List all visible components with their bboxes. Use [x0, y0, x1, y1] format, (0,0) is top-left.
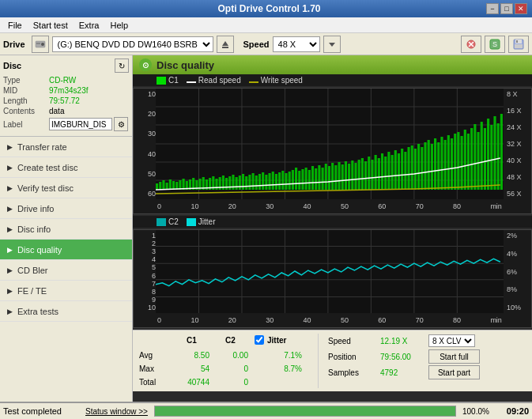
menu-file[interactable]: File — [3, 19, 27, 32]
nav-icon-discquality: ▶ — [4, 244, 15, 255]
nav-label-create: Create test disc — [17, 163, 77, 172]
type-value: CD-RW — [49, 76, 76, 85]
x-axis-top: 0 10 20 30 40 50 60 70 80 min — [156, 199, 504, 213]
jitter-checkbox[interactable] — [255, 335, 264, 345]
start-full-button[interactable]: Start full — [428, 349, 480, 364]
menu-starttest[interactable]: Start test — [28, 19, 73, 32]
svg-rect-73 — [308, 170, 311, 190]
disc-quality-icon: ⊙ — [139, 59, 152, 71]
stats-header-c1: C1 — [174, 336, 209, 345]
y-tick-right-8pct: 8% — [505, 285, 530, 293]
nav-create-test-disc[interactable]: ▶ Create test disc — [0, 157, 132, 178]
nav-icon-driveinfo: ▶ — [4, 203, 15, 214]
nav-transfer-rate[interactable]: ▶ Transfer rate — [0, 137, 132, 157]
nav-cd-bler[interactable]: ▶ CD Bler — [0, 260, 132, 281]
svg-rect-120 — [464, 130, 466, 190]
legend-c1-label: C1 — [168, 76, 179, 85]
svg-rect-62 — [272, 172, 274, 190]
drive-select[interactable]: (G:) BENQ DVD DD DW1640 BSRB — [52, 36, 213, 52]
toolbar-btn-save[interactable] — [508, 36, 529, 53]
svg-rect-55 — [248, 175, 251, 190]
svg-rect-106 — [417, 144, 420, 190]
progress-bar-fill — [155, 406, 455, 416]
svg-rect-114 — [444, 140, 447, 190]
minimize-button[interactable]: − — [486, 3, 499, 14]
drive-label: Drive — [3, 40, 25, 49]
maximize-button[interactable]: □ — [500, 3, 513, 14]
nav-disc-info[interactable]: ▶ Disc info — [0, 219, 132, 240]
main-content: Disc ↻ Type CD-RW MID 97m34s23f Length 7… — [0, 55, 532, 402]
menu-extra[interactable]: Extra — [74, 19, 104, 32]
stats-area: C1 C2 Jitter Avg 8.50 0.00 7.1% Max 54 0… — [133, 330, 532, 391]
svg-rect-122 — [470, 128, 473, 190]
menu-help[interactable]: Help — [105, 19, 133, 32]
x-tick-bot-20: 20 — [228, 316, 236, 324]
status-window-button[interactable]: Status window >> — [85, 407, 148, 416]
disc-quality-title: Disc quality — [157, 59, 214, 71]
y-tick-right-10pct: 10% — [505, 304, 530, 311]
y-tick-bot-5: 5 — [135, 263, 156, 271]
y-tick-top-10: 10 — [135, 90, 156, 98]
svg-rect-69 — [295, 168, 297, 190]
svg-rect-91 — [368, 157, 370, 190]
speed-stat-value: 12.19 X — [380, 337, 424, 345]
svg-rect-52 — [239, 176, 241, 190]
svg-rect-78 — [325, 164, 327, 190]
chart-bottom: 10 9 8 7 6 5 4 3 2 1 — [133, 229, 532, 328]
x-tick-bot-10: 10 — [191, 316, 198, 324]
svg-rect-77 — [322, 168, 324, 190]
disc-rotate-button[interactable]: ↻ — [115, 59, 129, 73]
speed-arrow-button[interactable] — [323, 36, 341, 53]
svg-rect-129 — [493, 116, 496, 190]
nav-disc-quality[interactable]: ▶ Disc quality — [0, 240, 132, 260]
svg-rect-117 — [454, 134, 456, 190]
svg-rect-97 — [387, 152, 390, 190]
nav-drive-info[interactable]: ▶ Drive info — [0, 198, 132, 219]
nav-extra-tests[interactable]: ▶ Extra tests — [0, 301, 132, 322]
svg-rect-105 — [414, 149, 417, 190]
svg-rect-74 — [311, 166, 314, 190]
svg-rect-118 — [457, 132, 459, 190]
svg-rect-31 — [169, 179, 172, 190]
total-c1: 40744 — [174, 378, 209, 387]
stats-header-c2: C2 — [213, 336, 248, 345]
chart-svg-top — [156, 89, 504, 199]
svg-rect-48 — [225, 178, 228, 190]
x-tick-bot-70: 70 — [416, 316, 424, 324]
y-tick-right-8x: 8 X — [505, 90, 530, 98]
max-jitter: 8.7% — [255, 364, 302, 373]
nav-verify-test-disc[interactable]: ▶ Verify test disc — [0, 178, 132, 198]
svg-rect-96 — [384, 157, 387, 190]
svg-rect-82 — [338, 162, 340, 190]
x-tick-bot-50: 50 — [341, 316, 349, 324]
nav-label-extra: Extra tests — [17, 307, 58, 316]
nav-label-cdbler: CD Bler — [17, 266, 48, 275]
svg-rect-75 — [315, 168, 317, 190]
label-input[interactable] — [49, 118, 112, 130]
nav-icon-extra: ▶ — [4, 306, 15, 317]
right-panel: ⊙ Disc quality C1 Read speed Write speed… — [133, 55, 532, 402]
samples-value: 4792 — [380, 368, 424, 377]
eject-button[interactable] — [217, 36, 234, 53]
svg-rect-71 — [301, 169, 304, 190]
close-button[interactable]: ✕ — [515, 3, 527, 14]
length-label: Length — [3, 96, 49, 105]
nav-fe-te[interactable]: ▶ FE / TE — [0, 281, 132, 301]
y-tick-top-20: 20 — [135, 110, 156, 118]
speed-mode-select[interactable]: 8 X CLV — [428, 334, 475, 347]
svg-rect-130 — [497, 123, 500, 190]
toolbar-btn-2[interactable]: S — [485, 36, 505, 53]
svg-rect-32 — [172, 181, 175, 190]
y-tick-bot-2: 2 — [135, 240, 156, 247]
nav-label-discquality: Disc quality — [17, 245, 62, 255]
y-axis-left-bottom: 10 9 8 7 6 5 4 3 2 1 — [134, 230, 156, 313]
svg-rect-54 — [245, 176, 247, 190]
x-tick-bot-0: 0 — [157, 316, 161, 324]
svg-rect-28 — [159, 182, 161, 190]
label-action-button[interactable]: ⚙ — [114, 117, 128, 131]
start-part-button[interactable]: Start part — [428, 365, 480, 379]
speed-select[interactable]: 48 X — [273, 36, 320, 52]
toolbar-btn-1[interactable] — [461, 36, 481, 53]
type-label: Type — [3, 76, 49, 85]
svg-rect-94 — [378, 158, 380, 190]
